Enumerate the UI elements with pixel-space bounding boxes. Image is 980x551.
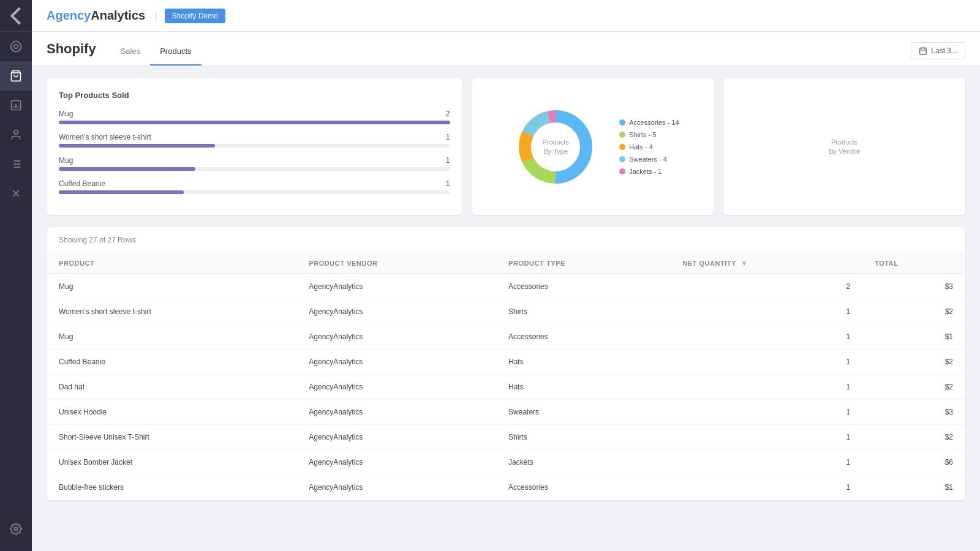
cell-vendor: AgencyAnalytics	[296, 400, 496, 425]
brand-analytics: Analytics	[91, 9, 145, 22]
product-bar-item: Mug 1	[59, 156, 450, 171]
cell-qty: 1	[670, 350, 862, 375]
cell-product: Dad hat	[47, 375, 296, 400]
donut-segment	[522, 157, 556, 184]
calendar-icon	[919, 47, 927, 55]
sidebar-icon-palette[interactable]	[0, 32, 32, 61]
col-vendor: PRODUCT VENDOR	[296, 253, 496, 274]
svg-point-0	[11, 42, 21, 52]
brand-logo: AgencyAnalytics	[47, 9, 145, 23]
product-bar-name: Mug	[59, 110, 73, 118]
products-table-card: Showing 27 of 27 Rows PRODUCT PRODUCT VE…	[47, 227, 965, 500]
cell-type: Accessories	[496, 475, 670, 500]
content-area: Top Products Sold Mug 2 Women's short sl…	[32, 66, 980, 551]
page-title: Shopify	[47, 41, 96, 66]
charts-row: Top Products Sold Mug 2 Women's short sl…	[47, 78, 965, 215]
sidebar-icon-charts[interactable]	[0, 91, 32, 120]
donut-vendor-label: ProductsBy Vendor	[829, 138, 860, 156]
cell-product: Unisex Hoodie	[47, 400, 296, 425]
table-row: Cuffed Beanie AgencyAnalytics Hats 1 $2	[47, 350, 965, 375]
cell-type: Hats	[496, 350, 670, 375]
product-bar-fill	[59, 121, 450, 124]
cell-qty: 1	[670, 324, 862, 350]
sidebar-icon-list[interactable]	[0, 149, 32, 179]
legend-label: Jackets - 1	[629, 168, 662, 175]
top-products-card: Top Products Sold Mug 2 Women's short sl…	[47, 78, 462, 215]
table-header-row: PRODUCT PRODUCT VENDOR PRODUCT TYPE NET …	[47, 253, 965, 274]
products-by-type-container: ProductsBy Type Accessories - 14Shirts -…	[484, 91, 702, 203]
donut-vendor-wrap: ProductsBy Vendor	[796, 98, 894, 196]
cell-total: $1	[862, 475, 965, 500]
tab-sales[interactable]: Sales	[111, 37, 151, 66]
cell-type: Jackets	[496, 450, 670, 475]
table-row: Women's short sleeve t-shirt AgencyAnaly…	[47, 299, 965, 324]
legend-dot	[619, 144, 625, 150]
date-range-button[interactable]: Last 3...	[911, 42, 965, 59]
cell-qty: 2	[670, 274, 862, 299]
cell-qty: 1	[670, 475, 862, 500]
product-bar-value: 1	[446, 156, 450, 165]
product-bar-track	[59, 144, 450, 148]
cell-product: Unisex Bomber Jacket	[47, 450, 296, 475]
product-bar-name: Cuffed Beanie	[59, 179, 105, 188]
cell-total: $1	[862, 324, 965, 350]
cell-vendor: AgencyAnalytics	[296, 425, 496, 450]
cell-product: Mug	[47, 274, 296, 299]
svg-point-11	[15, 528, 18, 531]
cell-qty: 1	[670, 450, 862, 475]
legend-item: Sweaters - 4	[619, 156, 679, 163]
nav-tabs: Sales Products	[111, 37, 202, 66]
sort-icon: ▼	[741, 260, 747, 267]
product-bars-container: Mug 2 Women's short sleeve t-shirt 1 Mug…	[59, 110, 450, 194]
table-row: Unisex Bomber Jacket AgencyAnalytics Jac…	[47, 450, 965, 475]
table-row: Mug AgencyAnalytics Accessories 2 $3	[47, 274, 965, 299]
brand-agency: Agency	[47, 9, 91, 22]
product-bar-fill	[59, 167, 195, 171]
cell-type: Shirts	[496, 425, 670, 450]
cell-product: Mug	[47, 324, 296, 350]
table-row: Unisex Hoodie AgencyAnalytics Sweaters 1…	[47, 400, 965, 425]
sidebar-icon-cart[interactable]	[0, 61, 32, 91]
nav-divider: |	[155, 11, 157, 20]
sidebar-icon-plug[interactable]	[0, 179, 32, 208]
tab-products[interactable]: Products	[150, 37, 201, 66]
product-bar-track	[59, 121, 450, 124]
sidebar-back-button[interactable]	[0, 0, 32, 32]
cell-total: $6	[862, 450, 965, 475]
col-type: PRODUCT TYPE	[496, 253, 670, 274]
product-bar-value: 1	[446, 179, 450, 188]
products-by-type-card: ProductsBy Type Accessories - 14Shirts -…	[472, 78, 714, 215]
cell-total: $2	[862, 375, 965, 400]
col-qty[interactable]: NET QUANTITY ▼	[670, 253, 862, 274]
table-body: Mug AgencyAnalytics Accessories 2 $3 Wom…	[47, 274, 965, 500]
legend-item: Shirts - 5	[619, 131, 679, 138]
cell-qty: 1	[670, 425, 862, 450]
top-products-title: Top Products Sold	[59, 91, 450, 100]
cell-vendor: AgencyAnalytics	[296, 299, 496, 324]
sidebar-icon-settings[interactable]	[0, 514, 32, 544]
table-row: Dad hat AgencyAnalytics Hats 1 $2	[47, 375, 965, 400]
cell-total: $2	[862, 299, 965, 324]
cell-product: Short-Sleeve Unisex T-Shirt	[47, 425, 296, 450]
sidebar-icon-person[interactable]	[0, 120, 32, 149]
product-bar-name: Mug	[59, 156, 73, 165]
product-bar-name: Women's short sleeve t-shirt	[59, 133, 151, 141]
legend-dot	[619, 168, 625, 174]
product-bar-item: Cuffed Beanie 1	[59, 179, 450, 194]
cell-type: Shirts	[496, 299, 670, 324]
cell-type: Sweaters	[496, 400, 670, 425]
product-bar-item: Women's short sleeve t-shirt 1	[59, 133, 450, 148]
cell-type: Accessories	[496, 274, 670, 299]
products-by-vendor-container: ProductsBy Vendor	[736, 91, 953, 203]
table-row: Short-Sleeve Unisex T-Shirt AgencyAnalyt…	[47, 425, 965, 450]
legend-item: Jackets - 1	[619, 168, 679, 175]
page-header: Shopify Sales Products Last 3...	[32, 32, 980, 66]
cell-qty: 1	[670, 400, 862, 425]
cell-product: Women's short sleeve t-shirt	[47, 299, 296, 324]
cell-product: Cuffed Beanie	[47, 350, 296, 375]
shopify-demo-button[interactable]: Shopify Demo	[165, 9, 225, 23]
cell-type: Accessories	[496, 324, 670, 350]
legend-item: Accessories - 14	[619, 119, 679, 126]
sidebar	[0, 0, 32, 551]
cell-vendor: AgencyAnalytics	[296, 350, 496, 375]
